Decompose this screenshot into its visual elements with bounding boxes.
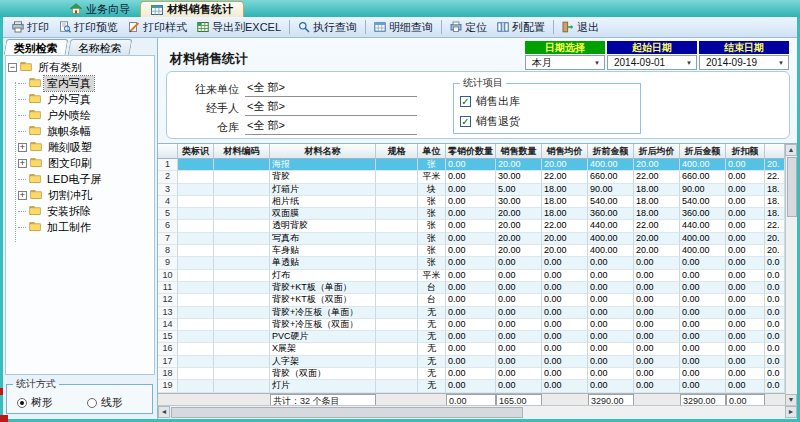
- grid-column-header-12[interactable]: 折扣额: [726, 144, 765, 159]
- table-row[interactable]: 18背胶（双面）无0.000.000.000.000.000.000.000.0: [158, 368, 797, 380]
- table-row[interactable]: 14背胶+冷压板（双面）无0.000.000.000.000.000.000.0…: [158, 319, 797, 331]
- tree-item-6[interactable]: +图文印刷: [8, 155, 154, 171]
- sidebar-tab-category-search[interactable]: 类别检索: [4, 39, 69, 55]
- table-cell: 0.00: [496, 343, 542, 355]
- tree-item-5[interactable]: +雕刻吸塑: [8, 139, 154, 155]
- tree-item-label: 旗帜条幅: [44, 124, 94, 139]
- horizontal-scroll-thumb[interactable]: [171, 407, 523, 418]
- vertical-scroll-thumb[interactable]: [787, 157, 797, 217]
- grid-column-header-9[interactable]: 折前金额: [588, 144, 634, 159]
- scroll-right-arrow-icon[interactable]: ►: [785, 406, 797, 418]
- toolbar-button-export-excel[interactable]: 导出到EXCEL: [192, 19, 286, 36]
- vertical-scrollbar[interactable]: ▲ ▼: [785, 144, 797, 406]
- date-filter-dropdown[interactable]: 2014-09-01▼: [607, 55, 697, 70]
- toolbar-button-column-config[interactable]: 列配置: [492, 19, 550, 36]
- tree-item-7[interactable]: LED电子屏: [8, 171, 154, 187]
- tree-item-1[interactable]: 室内写真: [8, 75, 154, 91]
- handler-field-input[interactable]: <全 部>: [245, 99, 417, 116]
- warehouse-field-input[interactable]: <全 部>: [245, 118, 417, 135]
- stat-mode-radio-1[interactable]: 树形: [17, 395, 53, 410]
- table-row[interactable]: 13背胶+冷压板（单面）无0.000.000.000.000.000.000.0…: [158, 307, 797, 319]
- grid-column-header-5[interactable]: 单位: [418, 144, 446, 159]
- table-row[interactable]: 10灯布平米0.000.000.000.000.000.000.000.0: [158, 270, 797, 282]
- table-cell: 0.00: [496, 257, 542, 269]
- table-cell: [178, 282, 214, 294]
- table-cell: 0.00: [446, 307, 496, 319]
- main-panel: 材料销售统计 日期选择本月▼起始日期2014-09-01▼结束日期2014-09…: [158, 38, 797, 419]
- tree-item-2[interactable]: 户外写真: [8, 91, 154, 107]
- grid-column-header-4[interactable]: 规格: [376, 144, 418, 159]
- table-row[interactable]: 6透明背胶张0.0020.0022.00440.0022.00440.000.0…: [158, 220, 797, 232]
- table-row[interactable]: 15PVC硬片无0.000.000.000.000.000.000.000.0: [158, 331, 797, 343]
- table-cell: 20.: [765, 245, 785, 257]
- table-cell: [214, 257, 270, 269]
- toolbar-button-print[interactable]: 打印: [7, 19, 54, 36]
- toolbar-button-locate[interactable]: 定位: [445, 19, 492, 36]
- toolbar-button-print-style[interactable]: 打印样式: [123, 19, 192, 36]
- grid-column-header-1[interactable]: 类标识: [178, 144, 214, 159]
- table-row[interactable]: 8车身贴张0.0020.0020.00400.0020.00400.000.00…: [158, 245, 797, 257]
- table-row[interactable]: 5双面膜张0.0020.0018.00360.0018.00360.000.00…: [158, 208, 797, 220]
- table-row[interactable]: 3灯箱片块0.005.0018.0090.0018.0090.000.0018.: [158, 184, 797, 196]
- table-cell: 0.00: [446, 294, 496, 306]
- sidebar-tab-name-search[interactable]: 名称检索: [68, 39, 133, 55]
- excel-export-icon: [197, 21, 209, 33]
- window-tab-business-wizard[interactable]: 业务向导: [60, 1, 140, 17]
- expand-icon[interactable]: +: [18, 143, 27, 152]
- table-cell: 0.0: [765, 257, 785, 269]
- expand-icon[interactable]: +: [18, 159, 27, 168]
- toolbar-button-print-preview[interactable]: 打印预览: [54, 19, 123, 36]
- table-row[interactable]: 4相片纸张0.0030.0018.00540.0018.00540.000.00…: [158, 196, 797, 208]
- table-cell: [376, 294, 418, 306]
- table-row[interactable]: 17人字架无0.000.000.000.000.000.000.000.0: [158, 356, 797, 368]
- table-cell: 22.00: [542, 220, 588, 232]
- date-filter-dropdown[interactable]: 本月▼: [525, 55, 605, 70]
- exit-icon: [562, 21, 574, 33]
- grid-column-header-3[interactable]: 材料名称: [270, 144, 376, 159]
- chevron-down-icon: ▼: [592, 60, 602, 66]
- stat-item-checkbox-1[interactable]: ✓销售出库: [460, 91, 634, 111]
- table-row[interactable]: 11背胶+KT板（单面）台0.000.000.000.000.000.000.0…: [158, 282, 797, 294]
- tree-item-3[interactable]: 户外喷绘: [8, 107, 154, 123]
- grid-column-header-13[interactable]: [765, 144, 785, 159]
- expand-icon[interactable]: +: [18, 191, 27, 200]
- tree-item-4[interactable]: 旗帜条幅: [8, 123, 154, 139]
- tree-item-10[interactable]: 加工制作: [8, 219, 154, 235]
- grid-column-header-8[interactable]: 销售均价: [542, 144, 588, 159]
- table-cell: 0.00: [634, 368, 680, 380]
- grid-column-header-10[interactable]: 折后均价: [634, 144, 680, 159]
- toolbar-button-run-query[interactable]: 执行查询: [293, 19, 362, 36]
- tree-item-8[interactable]: +切割冲孔: [8, 187, 154, 203]
- toolbar-button-detail-query[interactable]: 明细查询: [369, 19, 438, 36]
- table-cell: [214, 245, 270, 257]
- tree-item-9[interactable]: 安装拆除: [8, 203, 154, 219]
- grid-column-header-6[interactable]: 零销价数量: [446, 144, 496, 159]
- table-row[interactable]: 1海报张0.0020.0020.00400.0020.00400.000.002…: [158, 159, 797, 171]
- grid-column-header-7[interactable]: 销售数量: [496, 144, 542, 159]
- table-cell: 0.00: [726, 343, 765, 355]
- horizontal-scrollbar[interactable]: ◄ ►: [158, 405, 797, 418]
- table-cell: [178, 307, 214, 319]
- table-row[interactable]: 16X展架无0.000.000.000.000.000.000.000.0: [158, 343, 797, 355]
- grid-column-header-2[interactable]: 材料编码: [214, 144, 270, 159]
- tree-root-all-categories[interactable]: −所有类别: [8, 59, 154, 75]
- customer-field-input[interactable]: <全 部>: [245, 80, 417, 97]
- stat-mode-radio-2[interactable]: 线形: [87, 395, 123, 410]
- stat-item-checkbox-2[interactable]: ✓销售退货: [460, 111, 634, 131]
- table-cell: 0.00: [446, 343, 496, 355]
- grid-column-header-11[interactable]: 折后金额: [680, 144, 726, 159]
- window-tab-material-sales-stats[interactable]: 材料销售统计: [140, 1, 244, 17]
- table-cell: 20.00: [542, 159, 588, 171]
- scroll-up-arrow-icon[interactable]: ▲: [785, 144, 797, 156]
- scroll-left-arrow-icon[interactable]: ◄: [158, 406, 170, 418]
- table-row[interactable]: 7写真布张0.0020.0020.00400.0020.00400.000.00…: [158, 233, 797, 245]
- collapse-icon[interactable]: −: [8, 63, 17, 72]
- toolbar-button-exit[interactable]: 退出: [557, 19, 604, 36]
- table-cell: 海报: [270, 159, 376, 171]
- folder-icon: [29, 205, 41, 217]
- date-filter-dropdown[interactable]: 2014-09-19▼: [699, 55, 789, 70]
- table-row[interactable]: 19灯片无0.000.000.000.000.000.000.000.0: [158, 380, 797, 392]
- table-row[interactable]: 9单透贴张0.000.000.000.000.000.000.000.0: [158, 257, 797, 269]
- table-row[interactable]: 2背胶平米0.0030.0022.00660.0022.00660.000.00…: [158, 171, 797, 183]
- table-row[interactable]: 12背胶+KT板（双面）台0.000.000.000.000.000.000.0…: [158, 294, 797, 306]
